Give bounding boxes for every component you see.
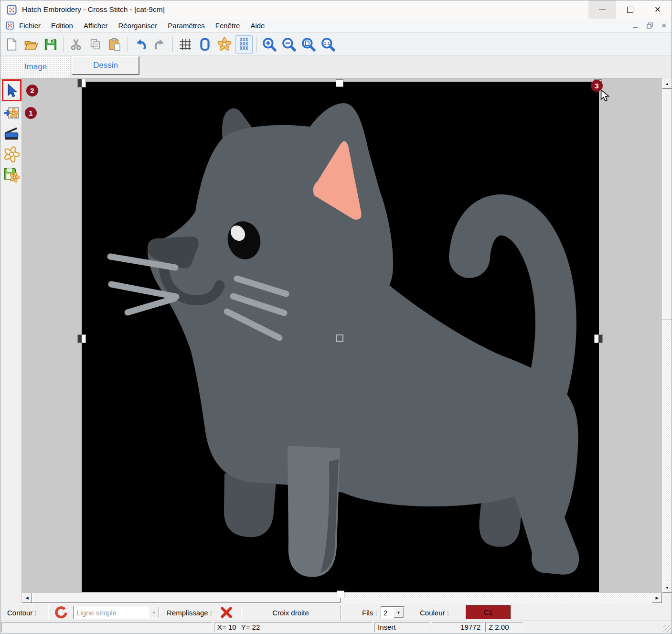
- scroll-right-button[interactable]: ▶: [652, 593, 662, 603]
- document-icon: [6, 21, 14, 30]
- selection-handle-top-left[interactable]: [77, 79, 86, 87]
- zoom-in-button[interactable]: [261, 35, 278, 54]
- selection-handle-bottom-center[interactable]: [337, 591, 344, 598]
- fils-count-combo[interactable]: 2 ▼: [381, 606, 405, 619]
- zoom-to-page-icon: [301, 37, 316, 52]
- paste-button[interactable]: [107, 35, 124, 54]
- zoom-1to1-icon: 1:1: [320, 37, 336, 52]
- tool-strip: [0, 78, 22, 603]
- zoom-1to1-button[interactable]: 1:1: [320, 35, 337, 54]
- menu-fichier[interactable]: Fichier: [14, 19, 46, 32]
- status-stitch-count: 19772: [432, 622, 484, 632]
- redo-button[interactable]: [151, 35, 169, 54]
- close-button[interactable]: ×: [644, 0, 672, 19]
- selection-handle-middle-right[interactable]: [594, 334, 603, 343]
- close-icon: ×: [655, 4, 661, 15]
- save-artwork-icon: [3, 166, 20, 183]
- selection-handle-top-center[interactable]: [336, 79, 343, 87]
- contour-style-dropdown[interactable]: Ligne simple ▼: [73, 606, 160, 619]
- zoom-in-icon: [262, 37, 277, 52]
- status-y: Y= 22: [241, 623, 260, 631]
- maximize-button[interactable]: [616, 0, 644, 19]
- copy-button[interactable]: [87, 35, 104, 54]
- new-file-button[interactable]: [3, 35, 20, 54]
- cross-stitch-view-button[interactable]: XXXXXXXXX: [235, 35, 253, 54]
- toolbar-separator: [128, 37, 128, 52]
- menu-edition[interactable]: Edition: [46, 19, 78, 32]
- menu-fenetre[interactable]: Fenêtre: [210, 19, 245, 32]
- zoom-to-page-button[interactable]: [300, 35, 317, 54]
- main-area: ◀ ▶ ▲ ▼ 2 1 3: [0, 78, 672, 603]
- redo-icon: [153, 37, 167, 52]
- scanner-icon: [3, 126, 20, 142]
- minimize-icon: [599, 10, 606, 10]
- mdi-minimize-button[interactable]: [629, 21, 642, 31]
- grid-icon: [179, 37, 192, 52]
- mdi-close-button[interactable]: ×: [657, 21, 671, 31]
- minimize-button[interactable]: [588, 0, 616, 19]
- save-file-button[interactable]: [42, 35, 59, 54]
- cut-button[interactable]: [67, 35, 85, 54]
- horizontal-scroll-thumb[interactable]: [32, 593, 341, 603]
- open-file-button[interactable]: [22, 35, 40, 54]
- app-window: Hatch Embroidery - Cross Stitch - [cat-9…: [0, 0, 672, 634]
- undo-button[interactable]: [132, 35, 149, 54]
- app-icon: [7, 5, 17, 15]
- vertical-scrollbar[interactable]: ▲ ▼: [662, 78, 672, 593]
- insert-artwork-tool-button[interactable]: [2, 103, 21, 123]
- mdi-minimize-icon: [633, 27, 638, 28]
- scroll-down-button[interactable]: ▼: [662, 582, 672, 593]
- mdi-close-icon: ×: [661, 21, 666, 30]
- save-artwork-tool-button[interactable]: [2, 164, 21, 184]
- chevron-down-icon[interactable]: ▼: [394, 607, 404, 618]
- toolbar-separator: [63, 37, 64, 52]
- undo-icon: [133, 37, 148, 52]
- hoop-button[interactable]: [196, 35, 213, 54]
- insert-artwork-button[interactable]: [216, 35, 233, 54]
- zoom-out-icon: [281, 37, 297, 52]
- menu-reorganiser[interactable]: Réorganiser: [113, 19, 162, 32]
- maximize-icon: [627, 7, 633, 13]
- couleur-label: Couleur :: [420, 603, 449, 622]
- scroll-up-button[interactable]: ▲: [662, 78, 672, 89]
- artwork-tool-button[interactable]: [2, 144, 21, 164]
- status-bar: X= 10 Y= 22 Insert 19772 Z 2.00: [0, 621, 672, 633]
- tab-image-label: Image: [24, 62, 47, 72]
- scroll-left-button[interactable]: ◀: [22, 593, 32, 603]
- copy-icon: [89, 37, 102, 52]
- annotation-badge-2: 2: [26, 85, 38, 97]
- resize-grip[interactable]: [663, 625, 671, 633]
- tab-dessin[interactable]: Dessin: [72, 56, 139, 75]
- selection-handle-middle-left[interactable]: [77, 334, 86, 343]
- remplissage-label: Remplissage :: [167, 603, 212, 622]
- tab-image[interactable]: Image: [0, 56, 71, 78]
- contour-stitch-icon[interactable]: [53, 605, 67, 620]
- grid-button[interactable]: [177, 35, 194, 54]
- new-file-icon: [5, 37, 18, 52]
- artwork-flower-icon: [217, 37, 232, 52]
- scanner-tool-button[interactable]: [2, 124, 21, 144]
- menu-afficher[interactable]: Afficher: [78, 19, 113, 32]
- selection-handle-center[interactable]: [336, 334, 343, 342]
- mdi-restore-button[interactable]: [643, 21, 656, 31]
- hoop-icon: [198, 37, 212, 52]
- vertical-scroll-thumb[interactable]: [662, 93, 672, 320]
- no-fill-x-icon[interactable]: [219, 605, 234, 620]
- cross-type-value[interactable]: Croix droite: [242, 603, 340, 622]
- mdi-restore-icon: [647, 22, 653, 29]
- menu-parametres[interactable]: Paramètres: [162, 19, 210, 32]
- contour-label: Contour :: [7, 603, 37, 622]
- chevron-down-icon[interactable]: ▼: [149, 607, 159, 618]
- workspace: [22, 78, 662, 593]
- couleur-c1-button[interactable]: C1: [466, 605, 511, 619]
- annotation-highlight-rect: [2, 79, 21, 101]
- status-zoom-value: Z 2.00: [489, 623, 509, 631]
- fils-label: Fils :: [362, 603, 377, 622]
- zoom-out-button[interactable]: [280, 35, 298, 54]
- status-count-value: 19772: [460, 623, 480, 631]
- propbar-separator: [341, 605, 341, 620]
- propbar-separator: [515, 605, 516, 620]
- status-x: X= 10: [217, 623, 236, 631]
- mouse-cursor-icon: [600, 89, 611, 102]
- menu-aide[interactable]: Aide: [245, 19, 270, 32]
